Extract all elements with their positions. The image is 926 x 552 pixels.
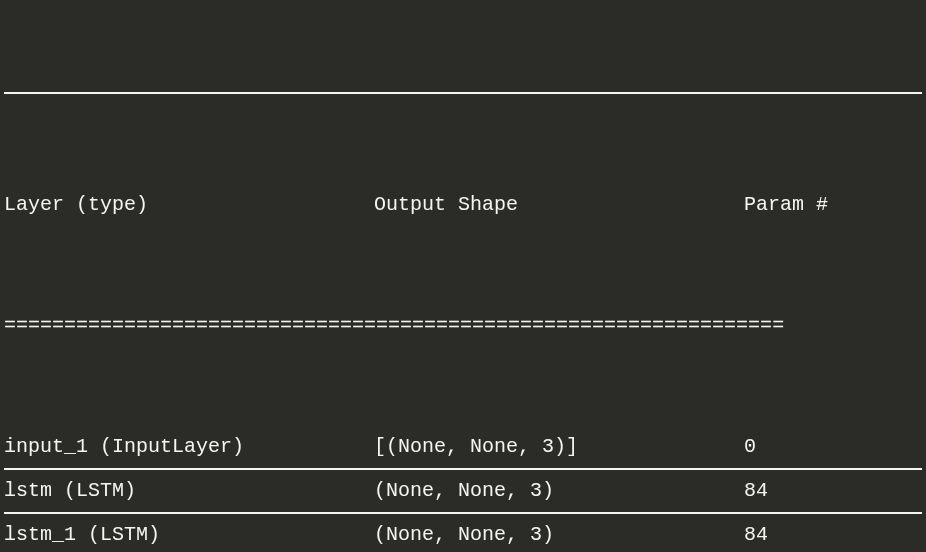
param-cell: 84 — [744, 476, 922, 506]
rule-divider — [4, 468, 922, 470]
param-cell: 84 — [744, 520, 922, 550]
header-row: Layer (type) Output Shape Param # — [0, 186, 926, 224]
double-rule-top: ========================================… — [0, 314, 926, 338]
layer-cell: lstm_1 (LSTM) — [4, 520, 374, 550]
table-row: lstm (LSTM)(None, None, 3)84 — [0, 472, 926, 510]
table-row: lstm_1 (LSTM)(None, None, 3)84 — [0, 516, 926, 552]
rule-top — [4, 92, 922, 94]
model-summary: Layer (type) Output Shape Param # ======… — [0, 0, 926, 552]
output-cell: (None, None, 3) — [374, 476, 744, 506]
layer-cell: input_1 (InputLayer) — [4, 432, 374, 462]
table-row: input_1 (InputLayer)[(None, None, 3)]0 — [0, 428, 926, 466]
header-output: Output Shape — [374, 190, 744, 220]
output-cell: [(None, None, 3)] — [374, 432, 744, 462]
layer-cell: lstm (LSTM) — [4, 476, 374, 506]
param-cell: 0 — [744, 432, 922, 462]
header-layer: Layer (type) — [4, 190, 374, 220]
header-param: Param # — [744, 190, 922, 220]
output-cell: (None, None, 3) — [374, 520, 744, 550]
rule-divider — [4, 512, 922, 514]
